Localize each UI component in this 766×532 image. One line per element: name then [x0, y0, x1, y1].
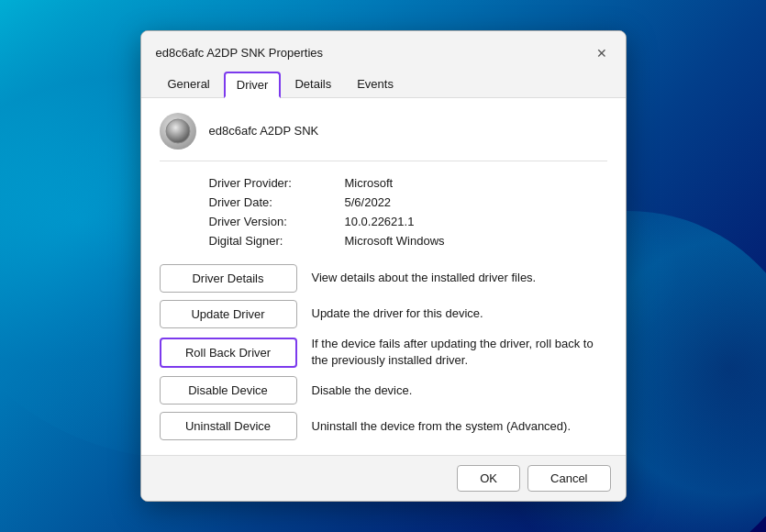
roll-back-driver-button[interactable]: Roll Back Driver	[160, 338, 297, 368]
action-row-roll-back-driver: Roll Back DriverIf the device fails afte…	[160, 336, 607, 369]
tab-events[interactable]: Events	[345, 72, 405, 97]
dialog-overlay: ed8c6afc A2DP SNK Properties ✕ General D…	[0, 0, 766, 532]
ok-button[interactable]: OK	[457, 465, 520, 492]
titlebar: ed8c6afc A2DP SNK Properties ✕	[141, 31, 626, 66]
provider-label: Driver Provider:	[209, 176, 338, 190]
provider-value: Microsoft	[345, 176, 607, 190]
close-button[interactable]: ✕	[589, 40, 615, 66]
roll-back-driver-description: If the device fails after updating the d…	[312, 336, 607, 369]
uninstall-device-button[interactable]: Uninstall Device	[160, 412, 297, 440]
disable-device-button[interactable]: Disable Device	[160, 376, 297, 405]
driver-info-grid: Driver Provider: Microsoft Driver Date: …	[209, 176, 607, 248]
dialog-footer: OK Cancel	[141, 455, 626, 501]
tab-driver[interactable]: Driver	[224, 72, 282, 98]
date-label: Driver Date:	[209, 195, 338, 209]
cancel-button[interactable]: Cancel	[527, 465, 610, 492]
dialog-title: ed8c6afc A2DP SNK Properties	[156, 46, 324, 60]
action-row-disable-device: Disable DeviceDisable the device.	[160, 376, 607, 405]
tab-details[interactable]: Details	[283, 72, 343, 97]
version-label: Driver Version:	[209, 215, 338, 228]
tab-general[interactable]: General	[156, 72, 222, 97]
uninstall-device-description: Uninstall the device from the system (Ad…	[312, 418, 572, 435]
dialog-content: ed8c6afc A2DP SNK Driver Provider: Micro…	[141, 97, 626, 455]
signer-value: Microsoft Windows	[345, 234, 607, 248]
action-row-update-driver: Update DriverUpdate the driver for this …	[160, 300, 607, 328]
driver-details-button[interactable]: Driver Details	[160, 264, 297, 293]
device-name: ed8c6afc A2DP SNK	[209, 124, 319, 138]
svg-point-0	[166, 119, 190, 143]
action-row-driver-details: Driver DetailsView details about the ins…	[160, 264, 607, 293]
date-value: 5/6/2022	[345, 195, 607, 209]
signer-label: Digital Signer:	[209, 234, 338, 248]
actions-list: Driver DetailsView details about the ins…	[160, 264, 607, 440]
action-row-uninstall-device: Uninstall DeviceUninstall the device fro…	[160, 412, 607, 440]
driver-details-description: View details about the installed driver …	[312, 270, 537, 286]
properties-dialog: ed8c6afc A2DP SNK Properties ✕ General D…	[140, 30, 627, 502]
version-value: 10.0.22621.1	[345, 215, 607, 228]
disable-device-description: Disable the device.	[312, 382, 413, 399]
update-driver-description: Update the driver for this device.	[312, 305, 483, 322]
device-icon	[160, 113, 196, 150]
update-driver-button[interactable]: Update Driver	[160, 300, 297, 328]
device-header: ed8c6afc A2DP SNK	[160, 113, 607, 161]
tab-bar: General Driver Details Events	[141, 66, 626, 97]
